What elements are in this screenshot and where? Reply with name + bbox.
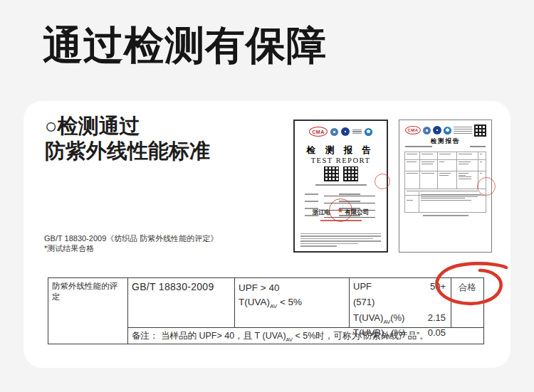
test-result-table: 防紫外线性能的评定 GB/T 18830-2009 UPF > 40 T(UVA… — [48, 277, 484, 344]
table-cell — [456, 171, 477, 189]
table-cell-note: 备注： 当样品的 UPF> 40，且 T (UVA)AV < 5%时，可称为“防… — [128, 328, 483, 344]
requirement-line2-sub: AV — [270, 303, 277, 309]
ilac-mra-logo-icon — [330, 128, 338, 136]
table-cell-verdict: 合格 — [451, 278, 483, 328]
cma-logo-icon: CMA — [405, 126, 421, 134]
result-value: 50+ — [430, 281, 446, 297]
company-name-prefix: 浙江电 — [313, 208, 331, 217]
text-line-placeholder — [295, 184, 387, 186]
medal-badge-icon — [365, 128, 372, 136]
note-pre: 备注： 当样品的 UPF> 40，且 T (UVA) — [132, 331, 286, 341]
page-title: 通过检测有保障 — [43, 21, 327, 70]
table-cell — [437, 160, 456, 171]
text-line-placeholder — [300, 235, 381, 236]
report-number-placeholder — [405, 146, 432, 147]
table-cell-standard: GB/T 18830-2009 — [128, 278, 235, 328]
requirement-line2: T(UVA)AV < 5% — [239, 295, 345, 314]
qr-codes — [295, 166, 387, 181]
form-row — [295, 189, 387, 196]
requirement-line2-pre: T(UVA) — [239, 297, 270, 307]
text-line-placeholder — [399, 215, 491, 216]
cnas-logo-icon — [341, 127, 350, 136]
red-seal-stamp-icon — [477, 177, 496, 196]
qr-code-icon — [343, 166, 358, 181]
table-cell-requirement: UPF > 40 T(UVA)AV < 5% — [235, 278, 350, 328]
test-item-label: 防紫外线性能的评定 — [52, 282, 117, 301]
content-card: ○检测通过 防紫外线性能标准 GB/T 18830-2009《纺织品 防紫外线性… — [23, 101, 511, 368]
section-heading-line1: ○检测通过 — [45, 114, 210, 139]
result-row: (571) — [353, 297, 446, 312]
table-cell-results: UPF 50+ (571) T(UVA)AV(%) 2.15 T(UVB)AV(… — [350, 278, 451, 328]
logo-caption-placeholder — [454, 127, 472, 134]
table-cell — [437, 152, 456, 159]
text-line-placeholder — [300, 245, 337, 246]
table-cell — [419, 171, 437, 189]
fine-print-placeholder — [300, 233, 381, 248]
cnas-logo-icon — [433, 126, 441, 134]
text-line-placeholder — [315, 184, 367, 186]
red-seal-stamp-icon: ★ — [329, 198, 352, 222]
note-sub: AV — [286, 337, 293, 343]
table-row — [405, 159, 486, 171]
text-line-placeholder — [320, 220, 362, 221]
table-cell — [405, 192, 419, 212]
standard-reference-line1: GB/T 18830-2009《纺织品 防紫外线性能的评定》 — [44, 233, 218, 243]
medal-badge-icon — [444, 127, 451, 134]
table-cell — [419, 160, 437, 171]
table-cell — [405, 171, 419, 189]
certificate-title: 检测报告 — [399, 137, 491, 146]
cma-logo-icon: CMA — [309, 127, 328, 137]
table-cell — [456, 160, 477, 171]
text-line-placeholder — [300, 243, 358, 244]
field-value-placeholder — [324, 194, 375, 196]
section-heading: ○检测通过 防紫外线性能标准 — [45, 114, 210, 164]
requirement-line2-post: < 5% — [277, 297, 302, 307]
promo-page: 通过检测有保障 ○检测通过 防紫外线性能标准 GB/T 18830-2009《纺… — [0, 0, 534, 392]
result-row: UPF 50+ — [353, 281, 446, 297]
certificate-inner-table — [404, 152, 486, 196]
qr-code-icon — [324, 166, 339, 181]
text-line-placeholder — [300, 238, 373, 239]
result-value: 2.15 — [428, 312, 446, 328]
page-number-placeholder — [470, 146, 486, 147]
field-label-placeholder — [305, 194, 318, 195]
requirement-line1: UPF > 40 — [239, 281, 345, 295]
table-cell — [419, 192, 486, 212]
certificate-subtitle: TEST REPORT — [295, 157, 387, 164]
table-cell — [405, 152, 419, 159]
result-label: (571) — [353, 297, 375, 312]
section-heading-line2: 防紫外线性能标准 — [45, 139, 210, 164]
table-cell — [478, 160, 486, 171]
logo-caption-placeholder — [352, 129, 362, 134]
text-line-placeholder — [295, 220, 387, 221]
ilac-mra-logo-icon — [423, 127, 431, 134]
standard-reference: GB/T 18830-2009《纺织品 防紫外线性能的评定》 *测试结果合格 — [44, 233, 218, 253]
table-cell — [456, 152, 477, 159]
result-row: T(UVA)AV(%) 2.15 — [353, 312, 446, 328]
text-line-placeholder — [300, 233, 381, 234]
table-cell-test-item: 防紫外线性能的评定 — [48, 278, 128, 344]
certificate-remark-row — [404, 192, 486, 213]
test-report-certificate-left: CMA 检 测 报 告 TEST REPORT 浙江电 有限公司 — [293, 120, 388, 253]
qr-code-icon — [474, 125, 486, 137]
red-seal-stamp-icon — [375, 174, 390, 189]
certificate-title: 检 测 报 告 — [295, 144, 387, 157]
table-row — [405, 152, 486, 159]
table-cell — [478, 152, 486, 159]
text-line-placeholder — [300, 240, 381, 241]
table-cell — [419, 152, 437, 159]
text-line-placeholder — [423, 215, 468, 216]
result-label: T(UVA)AV(%) — [353, 312, 404, 328]
table-cell — [405, 160, 419, 171]
table-row — [405, 171, 486, 189]
result-label: UPF — [353, 281, 372, 297]
field-label-placeholder — [305, 201, 318, 202]
test-report-certificate-right: CMA 检测报告 — [399, 120, 492, 253]
table-cell — [437, 171, 456, 189]
note-post: < 5%时，可称为“防紫外线产品”。 — [293, 331, 429, 341]
standard-reference-line2: *测试结果合格 — [44, 243, 218, 253]
certification-logos: CMA — [295, 127, 387, 137]
